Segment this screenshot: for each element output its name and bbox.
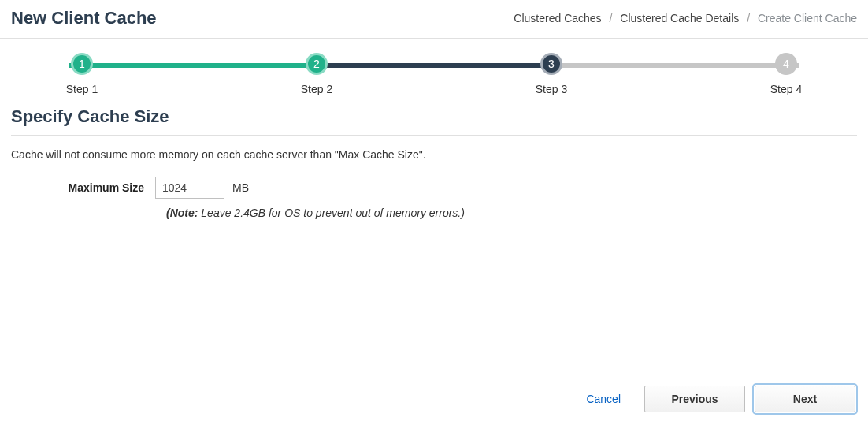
wizard-footer: Cancel Previous Next (0, 375, 868, 425)
step-circle-2: 2 (306, 53, 328, 75)
cancel-link[interactable]: Cancel (586, 393, 621, 405)
step-label-4: Step 4 (770, 83, 802, 95)
breadcrumb-current: Create Client Cache (758, 12, 857, 24)
max-size-unit: MB (232, 181, 249, 194)
breadcrumb-link-clustered-caches[interactable]: Clustered Caches (514, 12, 601, 24)
stepper: 1 Step 1 2 Step 2 3 Step 3 4 Step 4 (58, 53, 810, 95)
note-prefix: (Note: (166, 207, 198, 219)
previous-button[interactable]: Previous (644, 386, 745, 412)
step-label-1: Step 1 (66, 83, 98, 95)
note-text: Leave 2.4GB for OS to prevent out of mem… (198, 207, 464, 219)
page-title: New Client Cache (11, 8, 157, 28)
section-title: Specify Cache Size (11, 102, 857, 136)
step-label-3: Step 3 (536, 83, 567, 95)
max-size-input[interactable] (155, 177, 224, 199)
breadcrumb-separator: / (747, 12, 750, 24)
step-label-2: Step 2 (301, 83, 332, 95)
step-1[interactable]: 1 Step 1 (58, 53, 106, 95)
page-header: New Client Cache Clustered Caches / Clus… (0, 0, 868, 39)
stepper-container: 1 Step 1 2 Step 2 3 Step 3 4 Step 4 (0, 39, 868, 102)
breadcrumb-separator: / (610, 12, 613, 24)
step-2[interactable]: 2 Step 2 (293, 53, 340, 95)
step-connector-2 (309, 63, 559, 68)
step-circle-1: 1 (71, 53, 93, 75)
form-row-max-size: Maximum Size MB (11, 177, 857, 199)
max-size-label: Maximum Size (11, 181, 155, 194)
section-description: Cache will not consume more memory on ea… (11, 136, 857, 177)
next-button[interactable]: Next (755, 386, 855, 412)
step-4[interactable]: 4 Step 4 (762, 53, 810, 95)
breadcrumb: Clustered Caches / Clustered Cache Detai… (514, 12, 857, 24)
step-circle-3: 3 (540, 53, 562, 75)
step-circle-4: 4 (775, 53, 797, 75)
breadcrumb-link-clustered-cache-details[interactable]: Clustered Cache Details (620, 12, 739, 24)
step-3[interactable]: 3 Step 3 (528, 53, 575, 95)
max-size-note: (Note: Leave 2.4GB for OS to prevent out… (11, 207, 857, 219)
main-content: Specify Cache Size Cache will not consum… (0, 102, 868, 219)
